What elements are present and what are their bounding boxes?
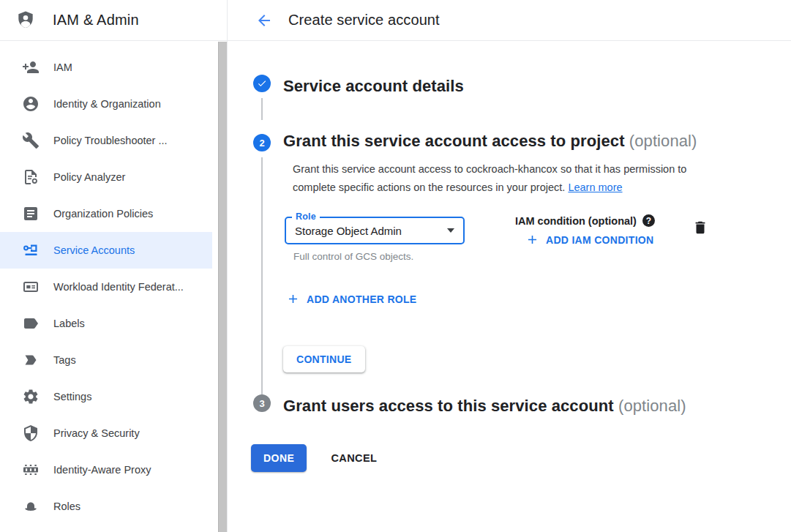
- tag-arrow-icon: [22, 351, 40, 369]
- add-iam-condition-button[interactable]: ADD IAM CONDITION: [525, 233, 653, 247]
- product-header: IAM & Admin: [0, 0, 228, 40]
- step3-title: Grant users access to this service accou…: [283, 394, 686, 418]
- sidebar-item-label: Organization Policies: [53, 208, 153, 220]
- step-connector: [261, 98, 263, 120]
- iam-condition-section: IAM condition (optional) ? ADD IAM CONDI…: [515, 211, 655, 262]
- role-helper-text: Full control of GCS objects.: [293, 251, 465, 262]
- sidebar-item-label: Labels: [53, 318, 85, 329]
- sidebar-item-label: IAM: [53, 61, 72, 73]
- check-icon: [257, 78, 267, 89]
- gear-icon: [22, 388, 40, 405]
- learn-more-link[interactable]: Learn more: [568, 181, 622, 193]
- role-field-label: Role: [292, 211, 320, 222]
- step2-optional-label: (optional): [629, 132, 697, 150]
- sidebar-item-label: Workload Identity Federat...: [53, 281, 184, 293]
- sidebar-item-settings[interactable]: Settings: [0, 378, 212, 415]
- sidebar-item-label: Service Accounts: [53, 244, 135, 256]
- sidebar-item-label: Settings: [53, 391, 91, 402]
- cancel-button[interactable]: CANCEL: [331, 452, 377, 464]
- wrench-icon: [22, 132, 40, 149]
- step-service-account-details: Service account details: [253, 75, 769, 120]
- proxy-strip-icon: [22, 461, 40, 479]
- sidebar-item-labels[interactable]: Labels: [0, 305, 212, 342]
- article-icon: [22, 205, 40, 222]
- account-circle-icon: [22, 95, 40, 113]
- sidebar-item-iam[interactable]: IAM: [0, 49, 212, 86]
- sidebar-item-label: Roles: [53, 501, 80, 512]
- sidebar-item-service-accounts[interactable]: Service Accounts: [0, 232, 212, 269]
- step3-optional-label: (optional): [618, 397, 686, 415]
- plus-icon: [525, 233, 539, 247]
- step-grant-users-access: 3 Grant users access to this service acc…: [253, 394, 769, 418]
- sidebar-item-label: Tags: [53, 354, 76, 366]
- step-connector: [261, 157, 263, 394]
- sidebar-item-tags[interactable]: Tags: [0, 342, 212, 378]
- step-grant-access: 2 Grant this service account access to p…: [253, 130, 769, 394]
- iam-admin-app: IAM & Admin Create service account IAM: [0, 0, 791, 532]
- sidebar-item-label: Identity & Organization: [53, 98, 161, 110]
- trash-icon: [692, 220, 708, 236]
- continue-button[interactable]: CONTINUE: [283, 346, 365, 372]
- step2-title: Grant this service account access to pro…: [283, 130, 722, 153]
- step1-complete-badge: [253, 75, 271, 92]
- step2-number-badge: 2: [253, 134, 271, 151]
- dropdown-caret-icon: [447, 228, 454, 233]
- form-actions: DONE CANCEL: [251, 444, 769, 472]
- role-selected-value: Storage Object Admin: [295, 225, 402, 237]
- help-icon[interactable]: ?: [642, 214, 655, 227]
- sidebar-item-label: Policy Troubleshooter ...: [53, 135, 168, 146]
- done-button[interactable]: DONE: [251, 444, 307, 472]
- sidebar: IAM Identity & Organization Policy Troub…: [0, 41, 228, 532]
- top-bar: IAM & Admin Create service account: [0, 0, 791, 41]
- delete-role-button[interactable]: [692, 218, 708, 237]
- sidebar-scrollbar-thumb[interactable]: [218, 42, 227, 532]
- step2-description: Grant this service account access to coc…: [293, 160, 726, 197]
- add-another-role-button[interactable]: ADD ANOTHER ROLE: [286, 292, 417, 306]
- step1-title: Service account details: [283, 75, 464, 98]
- sidebar-item-policy-analyzer[interactable]: Policy Analyzer: [0, 159, 212, 195]
- step3-number-badge: 3: [253, 394, 271, 412]
- role-select[interactable]: Role Storage Object Admin: [285, 217, 465, 244]
- create-service-account-form: Service account details 2 Grant this ser…: [228, 41, 791, 532]
- sidebar-item-privacy-security[interactable]: Privacy & Security: [0, 415, 212, 452]
- sidebar-item-label: Policy Analyzer: [53, 171, 125, 183]
- sidebar-item-roles[interactable]: Roles: [0, 488, 212, 525]
- person-add-icon: [22, 59, 40, 76]
- back-button[interactable]: [255, 12, 273, 29]
- sidebar-item-workload-identity-federation[interactable]: Workload Identity Federat...: [0, 269, 212, 305]
- iam-condition-label: IAM condition (optional): [515, 215, 637, 227]
- hat-icon: [22, 498, 40, 515]
- plus-icon: [286, 292, 300, 306]
- service-account-key-icon: [22, 241, 40, 259]
- sidebar-item-identity-organization[interactable]: Identity & Organization: [0, 86, 212, 122]
- page-header: Create service account: [228, 0, 791, 40]
- sidebar-item-identity-aware-proxy[interactable]: Identity-Aware Proxy: [0, 452, 212, 488]
- page-title: Create service account: [288, 12, 440, 29]
- sidebar-item-policy-troubleshooter[interactable]: Policy Troubleshooter ...: [0, 122, 212, 159]
- role-row: Role Storage Object Admin Full control o…: [285, 211, 769, 262]
- sidebar-item-label: Privacy & Security: [53, 427, 140, 439]
- label-tag-icon: [22, 315, 40, 332]
- product-name: IAM & Admin: [53, 12, 139, 29]
- document-gear-icon: [22, 168, 40, 186]
- sidebar-item-organization-policies[interactable]: Organization Policies: [0, 195, 212, 232]
- shield-person-icon: [15, 10, 36, 31]
- shield-half-icon: [22, 424, 40, 442]
- arrow-back-icon: [255, 12, 273, 29]
- badge-card-icon: [22, 278, 40, 296]
- sidebar-item-label: Identity-Aware Proxy: [53, 464, 151, 476]
